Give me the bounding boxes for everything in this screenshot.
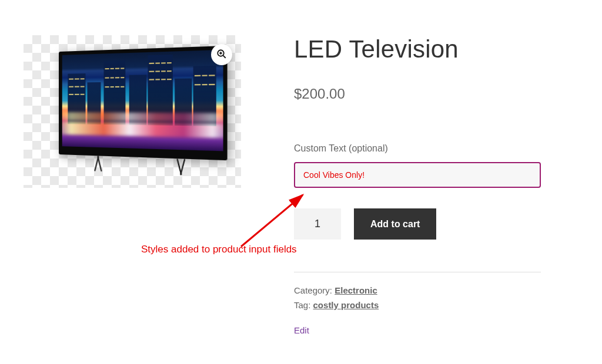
tag-label: Tag: [294, 300, 313, 310]
tag-meta: Tag: costly products [294, 300, 578, 310]
quantity-input[interactable] [294, 208, 341, 240]
magnify-plus-icon [216, 49, 227, 61]
category-label: Category: [294, 285, 335, 295]
custom-text-input[interactable] [294, 162, 541, 188]
product-image[interactable] [24, 35, 241, 188]
svg-line-1 [223, 55, 226, 58]
divider [294, 272, 541, 272]
annotation-text: Styles added to product input fields [141, 244, 297, 255]
product-gallery [24, 35, 241, 336]
edit-link[interactable]: Edit [294, 325, 309, 335]
product-summary: LED Television $200.00 Custom Text (opti… [294, 35, 578, 336]
tag-link[interactable]: costly products [313, 300, 379, 310]
category-link[interactable]: Electronic [335, 285, 377, 295]
product-price: $200.00 [294, 86, 578, 102]
category-meta: Category: Electronic [294, 285, 578, 295]
add-to-cart-button[interactable]: Add to cart [354, 208, 436, 240]
zoom-button[interactable] [211, 44, 232, 65]
custom-text-label: Custom Text (optional) [294, 143, 578, 154]
product-title: LED Television [294, 35, 578, 63]
